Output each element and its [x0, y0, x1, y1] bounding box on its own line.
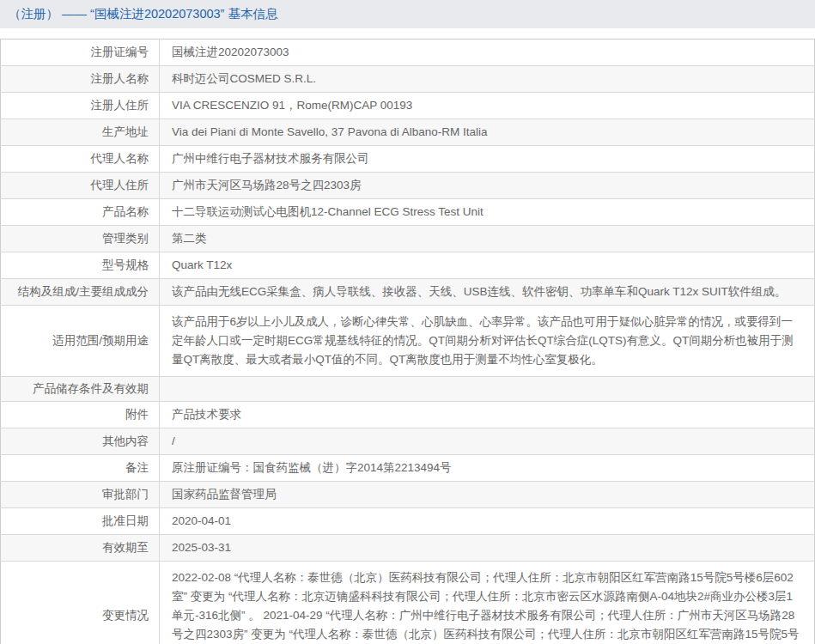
row-label-text: 附件	[125, 408, 149, 421]
registration-info-panel: 注册证编号国械注进20202073003注册人名称科时迈公司COSMED S.R…	[0, 39, 815, 644]
table-row: 代理人名称广州中维行电子器材技术服务有限公司	[1, 146, 815, 173]
row-label: 适用范围/预期用途	[1, 306, 160, 377]
registration-info-table: 注册证编号国械注进20202073003注册人名称科时迈公司COSMED S.R…	[0, 39, 815, 644]
row-label-text: 结构及组成/主要组成成分	[18, 285, 149, 298]
row-label-text: 产品名称	[102, 205, 149, 218]
table-row: 产品储存条件及有效期	[1, 377, 815, 402]
table-row: 型号规格Quark T12x	[1, 252, 815, 279]
row-label-text: 注册人名称	[91, 72, 149, 85]
row-label: 审批部门	[1, 482, 160, 508]
row-value: 科时迈公司COSMED S.R.L.	[160, 66, 815, 93]
row-value: 2022-02-08 “代理人名称：泰世德（北京）医药科技有限公司；代理人住所：…	[160, 562, 815, 644]
row-value: Via dei Piani di Monte Savello, 37 Pavon…	[160, 119, 815, 146]
row-value: 国家药品监督管理局	[160, 482, 815, 508]
row-label: 注册人名称	[1, 66, 160, 93]
table-row: 审批部门国家药品监督管理局	[1, 482, 815, 508]
row-label: 代理人名称	[1, 146, 160, 173]
row-label: 生产地址	[1, 119, 160, 146]
row-label-text: 审批部门	[102, 488, 149, 501]
table-row: 其他内容/	[1, 428, 815, 455]
row-value	[160, 377, 815, 402]
row-label: 其他内容	[1, 428, 160, 455]
table-row: 生产地址Via dei Piani di Monte Savello, 37 P…	[1, 119, 815, 146]
row-label: 注册证编号	[1, 39, 160, 66]
table-row: 有效期至2025-03-31	[1, 535, 815, 562]
info-table-body: 注册证编号国械注进20202073003注册人名称科时迈公司COSMED S.R…	[1, 39, 815, 644]
table-row: 注册证编号国械注进20202073003	[1, 39, 815, 66]
table-row: 备注原注册证编号：国食药监械（进）字2014第2213494号	[1, 455, 815, 482]
table-row: 产品名称十二导联运动测试心电图机12-Channel ECG Stress Te…	[1, 199, 815, 226]
row-label-text: 注册证编号	[91, 46, 149, 58]
row-value: Quark T12x	[160, 252, 815, 279]
row-value: 第二类	[160, 226, 815, 252]
row-label-text: 适用范围/预期用途	[52, 334, 149, 347]
row-value: 国械注进20202073003	[160, 39, 815, 66]
row-label-text: 型号规格	[102, 258, 149, 271]
row-value: 原注册证编号：国食药监械（进）字2014第2213494号	[160, 455, 815, 482]
row-value: VIA CRESCENZIO 91，Rome(RM)CAP 00193	[160, 93, 815, 119]
row-value: /	[160, 428, 815, 455]
row-value: 广州市天河区马场路28号之四2303房	[160, 173, 815, 199]
row-label-text: 注册人住所	[91, 99, 149, 112]
row-label-text: 备注	[125, 461, 149, 474]
row-label: 产品储存条件及有效期	[1, 377, 160, 402]
row-label-text: 有效期至	[102, 541, 149, 554]
table-row: 注册人住所VIA CRESCENZIO 91，Rome(RM)CAP 00193	[1, 93, 815, 119]
row-label-text: 变更情况	[102, 609, 149, 622]
table-row: 代理人住所广州市天河区马场路28号之四2303房	[1, 173, 815, 199]
row-label-text: 生产地址	[102, 125, 149, 138]
row-label: 批准日期	[1, 508, 160, 535]
row-value: 2020-04-01	[160, 508, 815, 535]
row-label: 产品名称	[1, 199, 160, 226]
row-label: 变更情况	[1, 562, 160, 644]
table-row: 批准日期2020-04-01	[1, 508, 815, 535]
table-row: 变更情况2022-02-08 “代理人名称：泰世德（北京）医药科技有限公司；代理…	[1, 562, 815, 644]
row-label: 有效期至	[1, 535, 160, 562]
table-row: 适用范围/预期用途该产品用于6岁以上小儿及成人，诊断心律失常、心肌缺血、心率异常…	[1, 306, 815, 377]
row-value: 该产品由无线ECG采集盒、病人导联线、接收器、天线、USB连线、软件密钥、功率单…	[160, 279, 815, 306]
row-value: 十二导联运动测试心电图机12-Channel ECG Stress Test U…	[160, 199, 815, 226]
table-row: 结构及组成/主要组成成分该产品由无线ECG采集盒、病人导联线、接收器、天线、US…	[1, 279, 815, 306]
row-label: 注册人住所	[1, 93, 160, 119]
row-value: 2025-03-31	[160, 535, 815, 562]
table-row: 附件产品技术要求	[1, 402, 815, 428]
row-label: 结构及组成/主要组成成分	[1, 279, 160, 306]
page-title: （注册） —— “国械注进20202073003” 基本信息	[9, 7, 277, 21]
table-row: 注册人名称科时迈公司COSMED S.R.L.	[1, 66, 815, 93]
row-label-text: 产品储存条件及有效期	[33, 382, 149, 395]
row-value: 广州中维行电子器材技术服务有限公司	[160, 146, 815, 173]
row-label: 型号规格	[1, 252, 160, 279]
row-label-text: 管理类别	[102, 232, 149, 245]
row-label-text: 代理人住所	[91, 179, 149, 191]
row-label: 代理人住所	[1, 173, 160, 199]
row-label-text: 批准日期	[102, 514, 149, 527]
row-value: 该产品用于6岁以上小儿及成人，诊断心律失常、心肌缺血、心率异常。该产品也可用于疑…	[160, 306, 815, 377]
row-label: 管理类别	[1, 226, 160, 252]
row-label-text: 其他内容	[102, 434, 149, 447]
row-label: 备注	[1, 455, 160, 482]
row-label-text: 代理人名称	[91, 152, 149, 165]
row-label: 附件	[1, 402, 160, 428]
table-row: 管理类别第二类	[1, 226, 815, 252]
page-header: （注册） —— “国械注进20202073003” 基本信息	[0, 0, 815, 28]
row-value: 产品技术要求	[160, 402, 815, 428]
